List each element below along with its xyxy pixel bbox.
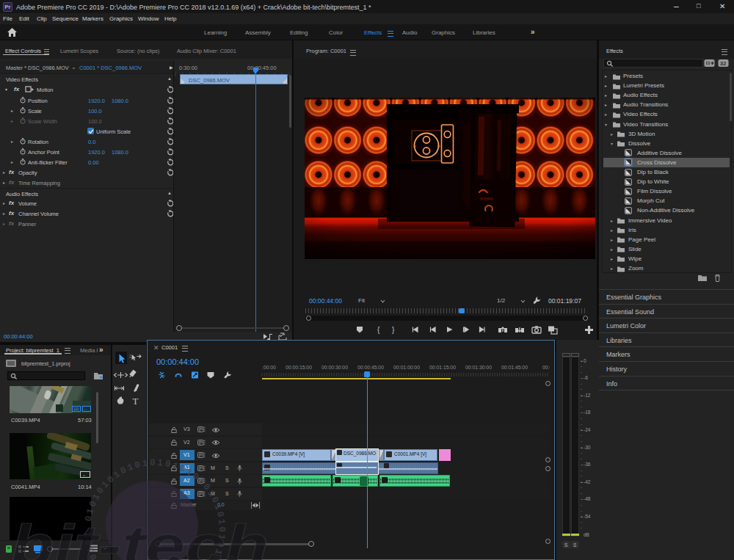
svg-text:}: } [392, 326, 395, 334]
svg-text:T: T [133, 396, 139, 407]
svg-text:{: { [377, 326, 380, 334]
svg-text:32: 32 [720, 60, 726, 67]
